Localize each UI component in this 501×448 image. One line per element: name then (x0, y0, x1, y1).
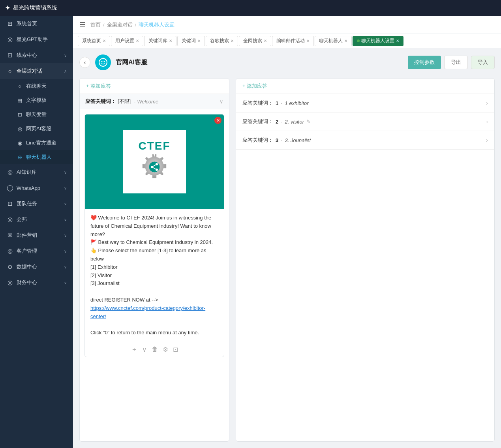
kw-item-2[interactable]: 应答关键词： 2 - 2. visitor ✎ › (236, 112, 494, 131)
sidebar-subitem-aicustomer[interactable]: ◎ 网页AI客服 (0, 122, 73, 136)
sidebar-sublabel: 文字模板 (26, 97, 47, 104)
sidebar-item-datacenter[interactable]: ⊙ 数据中心 ∨ (0, 259, 73, 275)
down-tool-button[interactable]: ∨ (142, 346, 147, 353)
sidebar-item-home[interactable]: ⊞ 系统首页 (0, 16, 73, 32)
export-button[interactable]: 导出 (444, 56, 468, 69)
add-response-right-button[interactable]: + 添加应答 (236, 79, 494, 94)
message-toolbar: ＋ ∨ 🗑 ⚙ ⊡ (85, 342, 224, 357)
sidebar-subitem-onlinechat[interactable]: ○ 在线聊天 (0, 79, 73, 93)
line-icon: ◉ (17, 140, 23, 146)
tab-allSearch[interactable]: 全网搜索 ✕ (239, 36, 271, 46)
back-button[interactable]: ‹ (79, 57, 90, 68)
heart-emoji: ❤️ (90, 215, 97, 221)
tab-keywords[interactable]: 关键词库 ✕ (144, 36, 176, 46)
kw-item-1[interactable]: 应答关键词： 1 - 1 exhibitor › (236, 94, 494, 112)
control-params-button[interactable]: 控制参数 (408, 56, 441, 69)
breadcrumb-allchat[interactable]: 全渠道对话 (107, 21, 133, 28)
ai-knowledge-icon: ◎ (6, 169, 13, 176)
add-tool-button[interactable]: ＋ (131, 345, 137, 354)
sidebar-item-whatsapp[interactable]: ◯ WhatsApp ∨ (0, 180, 73, 196)
copy-tool-button[interactable]: ⊡ (173, 346, 178, 353)
ctef-inner-box: CTEF (123, 130, 186, 193)
app-title: 星光跨境营销系统 (13, 4, 57, 11)
arrow-icon: ∨ (64, 186, 67, 190)
breadcrumb: 首页 / 全渠道对话 / 聊天机器人设置 (90, 21, 175, 28)
sidebar-subitem-line[interactable]: ◉ Line官方通道 (0, 136, 73, 150)
message-close-button[interactable]: ✕ (214, 117, 221, 124)
tab-label: 用户设置 (115, 37, 134, 44)
tab-editEmail[interactable]: 编辑邮件活动 ✕ (272, 36, 314, 46)
settings-tool-button[interactable]: ⚙ (163, 346, 168, 353)
left-response-panel: + 添加应答 应答关键词： [不限] - Welcome ∨ ✕ (79, 78, 229, 442)
tab-label: 全网搜索 (243, 37, 262, 44)
kw-item-left: 应答关键词： 1 - 1 exhibitor (242, 99, 309, 107)
gear-icon (139, 152, 170, 184)
kw-num: 2 (276, 119, 278, 125)
sidebar-label: 客户管理 (17, 247, 61, 255)
message-body: ❤️ Welcome to CTEF 2024! Join us in witn… (85, 209, 224, 342)
sidebar-sublabel: 网页AI客服 (26, 125, 51, 132)
chevron-down-icon[interactable]: ∨ (220, 99, 223, 105)
sidebar: ⊞ 系统首页 ◎ 星光GPT助手 ⊡ 线索中心 ∨ ○ 全渠道对话 ∧ ○ 在线… (0, 16, 73, 448)
tab-close-icon[interactable]: ✕ (396, 39, 399, 43)
sidebar-item-finance[interactable]: ◎ 财务中心 ∨ (0, 275, 73, 291)
logo-icon: ✦ (5, 4, 11, 12)
sidebar-subitem-chatbot[interactable]: ⊛ 聊天机器人 (0, 150, 73, 164)
delete-tool-button[interactable]: 🗑 (152, 346, 158, 353)
sidebar-subitem-texttemplate[interactable]: ▤ 文字模板 (0, 93, 73, 107)
kw-num: 3 (276, 137, 278, 143)
hamburger-icon[interactable]: ☰ (79, 21, 86, 29)
keyword-welcome: - Welcome (134, 99, 158, 105)
kw-edit-icon[interactable]: ✎ (306, 119, 310, 124)
ctef-title-text: CTEF (138, 140, 170, 152)
svg-point-5 (149, 161, 160, 172)
keyword-text: 应答关键词： [不限] - Welcome (85, 98, 158, 105)
tab-close-icon[interactable]: ✕ (231, 39, 234, 43)
chat-icon: ○ (17, 83, 23, 89)
tab-close-icon[interactable]: ✕ (169, 39, 172, 43)
tab-close-icon[interactable]: ✕ (306, 39, 310, 43)
data-icon: ⊙ (6, 263, 13, 270)
tab-chatRobot[interactable]: 聊天机器人 ✕ (315, 36, 352, 46)
kw-item-3[interactable]: 应答关键词： 3 - 3. Jounalist › (236, 131, 494, 150)
tab-chatRobotSettings[interactable]: 聊天机器人设置 ✕ (353, 36, 403, 46)
import-button[interactable]: 导入 (471, 56, 495, 69)
breadcrumb-sep2: / (135, 22, 137, 28)
tab-close-icon[interactable]: ✕ (136, 39, 139, 43)
finance-icon: ◎ (6, 279, 13, 286)
sidebar-sublabel: 聊天变量 (26, 111, 47, 118)
tab-sysHome[interactable]: 系统首页 ✕ (78, 36, 110, 46)
sidebar-subitem-chatvariable[interactable]: ⊡ 聊天变量 (0, 107, 73, 122)
sidebar-item-gpt[interactable]: ◎ 星光GPT助手 (0, 32, 73, 47)
tab-close-icon[interactable]: ✕ (344, 39, 347, 43)
tab-label: 关键词 (182, 37, 196, 44)
breadcrumb-home[interactable]: 首页 (90, 21, 101, 28)
sidebar-item-customers[interactable]: ◎ 客户管理 ∨ (0, 243, 73, 259)
kw-prefix: 应答关键词： (242, 118, 273, 125)
arrow-icon: ∧ (64, 69, 67, 73)
sidebar-label: 星光GPT助手 (17, 36, 67, 43)
sidebar-item-aiknowledge[interactable]: ◎ AI知识库 ∨ (0, 164, 73, 180)
tab-userSettings[interactable]: 用户设置 ✕ (111, 36, 143, 46)
sidebar-label: AI知识库 (17, 169, 61, 176)
add-response-left-button[interactable]: + 添加应答 (80, 79, 229, 94)
kw-item-left: 应答关键词： 2 - 2. visitor ✎ (242, 118, 310, 125)
sidebar-item-huibang[interactable]: ◎ 会邦 ∨ (0, 212, 73, 227)
tab-close-icon[interactable]: ✕ (197, 39, 201, 43)
tab-keyword[interactable]: 关键词 ✕ (177, 36, 205, 46)
tab-googleSearch[interactable]: 谷歌搜索 ✕ (206, 36, 238, 46)
sidebar-item-email[interactable]: ✉ 邮件营销 ∨ (0, 227, 73, 243)
top-bar: ✦ 星光跨境营销系统 (0, 0, 501, 16)
tab-close-icon[interactable]: ✕ (103, 39, 106, 43)
sidebar-label: 会邦 (17, 216, 61, 223)
tab-close-icon[interactable]: ✕ (264, 39, 267, 43)
registration-link[interactable]: https://www.cnctef.com/product-category/… (90, 305, 205, 319)
message-card: ✕ CTEF (84, 114, 224, 357)
kw-arrow-icon: › (486, 100, 488, 106)
page-header-row: ‹ 官网AI客服 控制参数 导出 导入 (79, 54, 495, 70)
page-header: ☰ 首页 / 全渠道对话 / 聊天机器人设置 (73, 16, 501, 34)
sidebar-item-allchat[interactable]: ○ 全渠道对话 ∧ (0, 63, 73, 79)
sidebar-item-teamtask[interactable]: ⊡ 团队任务 ∨ (0, 196, 73, 212)
kw-val: 3. Jounalist (285, 137, 311, 143)
sidebar-item-leads[interactable]: ⊡ 线索中心 ∨ (0, 47, 73, 63)
